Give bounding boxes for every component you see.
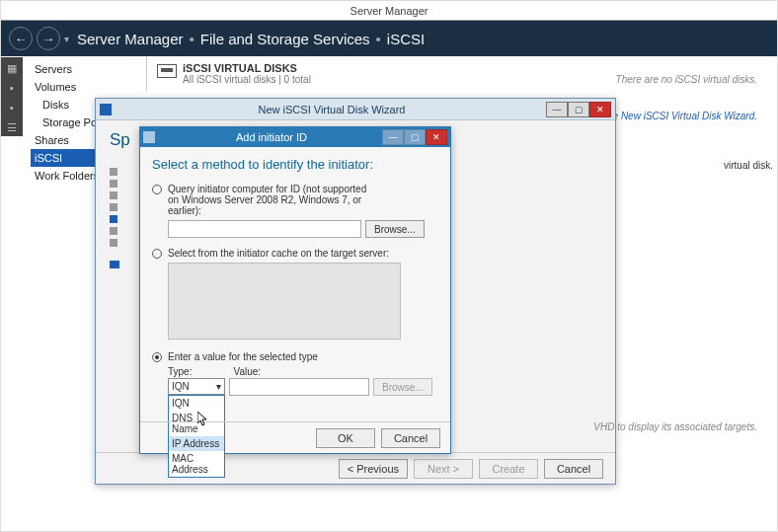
wizard-step-list	[110, 168, 119, 268]
wizard-step-dot[interactable]	[110, 191, 117, 199]
option-query-computer[interactable]: Query initiator computer for ID (not sup…	[152, 184, 438, 216]
radio-selected-icon[interactable]	[152, 352, 162, 362]
value-label: Value:	[233, 366, 261, 377]
wizard-step-dot[interactable]	[110, 203, 117, 211]
left-icon-strip: ▦ ▪ ▪ ☰	[1, 57, 23, 136]
option-enter-value[interactable]: Enter a value for the selected type	[152, 351, 438, 362]
breadcrumb-sep-icon: •	[376, 31, 381, 47]
dialog-heading: Select a method to identify the initiato…	[152, 157, 438, 172]
wizard-step-dot[interactable]	[110, 227, 117, 235]
server-icon[interactable]: ▪	[5, 81, 19, 95]
browse-computer-button[interactable]: Browse...	[365, 220, 425, 238]
option-value-label: Enter a value for the selected type	[168, 351, 318, 362]
maximize-button[interactable]: ▢	[404, 129, 426, 145]
dialog-app-icon	[143, 131, 155, 143]
back-button[interactable]: ←	[9, 27, 33, 50]
wizard-titlebar[interactable]: New iSCSI Virtual Disk Wizard — ▢ ✕	[96, 99, 615, 120]
targets-hint: VHD to display its associated targets.	[593, 421, 757, 432]
wizard-step-dot[interactable]	[110, 180, 117, 188]
nav-dropdown-icon[interactable]: ▾	[64, 34, 69, 44]
next-button[interactable]: Next >	[414, 459, 473, 479]
value-input[interactable]	[229, 378, 369, 396]
minimize-button[interactable]: —	[546, 102, 568, 117]
content-subtitle: All iSCSI virtual disks | 0 total	[183, 74, 311, 85]
cancel-button[interactable]: Cancel	[544, 459, 603, 479]
breadcrumb-root[interactable]: Server Manager	[77, 31, 184, 47]
disk-icon	[157, 64, 177, 78]
query-computer-input[interactable]	[168, 220, 361, 238]
close-button[interactable]: ✕	[426, 129, 447, 145]
sidebar-item-servers[interactable]: Servers	[31, 60, 139, 78]
app-titlebar: Server Manager	[1, 1, 777, 21]
type-option-mac-address[interactable]: MAC Address	[169, 451, 224, 477]
content-title: iSCSI VIRTUAL DISKS	[183, 62, 311, 74]
new-iscsi-disk-wizard-window: New iSCSI Virtual Disk Wizard — ▢ ✕ Sp v…	[95, 98, 616, 485]
browse-value-button: Browse...	[373, 378, 432, 396]
wizard-step-row-active[interactable]	[110, 261, 119, 268]
breadcrumb-sep-icon: •	[190, 31, 194, 47]
type-label: Type:	[168, 366, 192, 377]
radio-icon[interactable]	[152, 185, 162, 194]
sidebar-item-volumes[interactable]: Volumes	[31, 78, 139, 96]
minimize-button[interactable]: —	[382, 129, 404, 145]
app-title: Server Manager	[350, 5, 428, 17]
breadcrumb-section[interactable]: File and Storage Services	[200, 31, 370, 47]
no-disks-hint: There are no iSCSI virtual disks.	[616, 74, 757, 85]
wizard-app-icon	[100, 104, 112, 115]
content-area: iSCSI VIRTUAL DISKS All iSCSI virtual di…	[146, 56, 777, 91]
header-bar: ← → ▾ Server Manager • File and Storage …	[1, 21, 777, 56]
type-select[interactable]: IQN ▾	[168, 378, 225, 395]
type-option-iqn[interactable]: IQN	[169, 396, 224, 411]
option-initiator-cache[interactable]: Select from the initiator cache on the t…	[152, 248, 438, 259]
wizard-step-dot[interactable]	[110, 239, 117, 247]
previous-button[interactable]: < Previous	[339, 459, 408, 479]
create-button: Create	[479, 459, 538, 479]
wizard-title: New iSCSI Virtual Disk Wizard	[117, 104, 546, 115]
ok-button[interactable]: OK	[316, 428, 375, 448]
add-initiator-id-dialog: Add initiator ID — ▢ ✕ Select a method t…	[139, 126, 451, 454]
dialog-titlebar[interactable]: Add initiator ID — ▢ ✕	[140, 127, 450, 147]
dashboard-icon[interactable]: ▦	[5, 61, 19, 75]
breadcrumb-leaf[interactable]: iSCSI	[387, 31, 425, 47]
wizard-step-dot[interactable]	[110, 168, 117, 176]
dialog-footer: OK Cancel	[140, 421, 450, 453]
storage-icon[interactable]: ☰	[5, 120, 19, 134]
dialog-title: Add initiator ID	[161, 131, 382, 143]
initiator-cache-listbox[interactable]	[168, 263, 401, 340]
option-query-label: Query initiator computer for ID (not sup…	[168, 184, 375, 216]
type-selected-text: IQN	[172, 381, 190, 392]
wizard-step-dot-active[interactable]	[110, 215, 117, 223]
maximize-button[interactable]: ▢	[568, 102, 589, 117]
chevron-down-icon: ▾	[216, 381, 221, 392]
servers-all-icon[interactable]: ▪	[5, 101, 19, 114]
radio-icon[interactable]	[152, 249, 162, 259]
cancel-button[interactable]: Cancel	[381, 428, 440, 448]
close-button[interactable]: ✕	[589, 102, 611, 117]
virtual-disk-note: virtual disk.	[724, 160, 773, 171]
option-cache-label: Select from the initiator cache on the t…	[168, 248, 389, 259]
forward-button[interactable]: →	[37, 27, 60, 50]
